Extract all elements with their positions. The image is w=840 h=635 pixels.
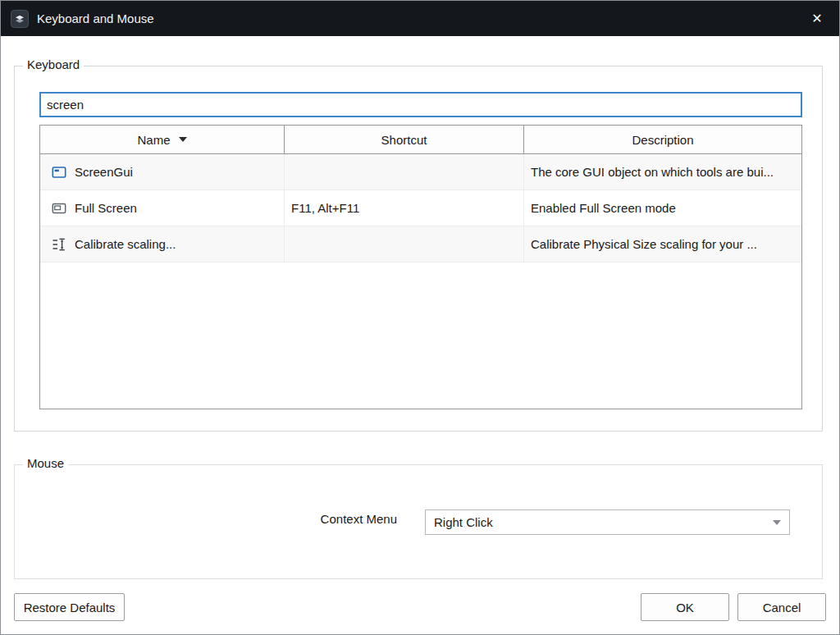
shortcut-search-input[interactable] — [39, 92, 802, 117]
table-row[interactable]: Full Screen F11, Alt+F11 Enabled Full Sc… — [40, 190, 801, 226]
cancel-button[interactable]: Cancel — [737, 593, 826, 621]
mouse-group-label: Mouse — [23, 456, 68, 470]
row-description: Enabled Full Screen mode — [524, 190, 801, 226]
keyboard-group: Keyboard Name Shortcut Description — [14, 66, 823, 432]
chevron-down-icon — [773, 520, 781, 525]
mouse-group: Mouse Context Menu Right Click — [14, 464, 823, 579]
ok-button[interactable]: OK — [641, 593, 729, 621]
fullscreen-icon — [52, 201, 66, 216]
table-row[interactable]: Calibrate scaling... Calibrate Physical … — [40, 226, 801, 263]
context-menu-label: Context Menu — [261, 512, 397, 526]
close-icon: ✕ — [811, 11, 822, 26]
table-body: ScreenGui The core GUI object on which t… — [40, 154, 801, 263]
keyboard-mouse-dialog: Keyboard and Mouse ✕ Keyboard Name Short… — [0, 0, 840, 635]
table-header-row: Name Shortcut Description — [40, 126, 801, 154]
row-description: The core GUI object on which tools are b… — [524, 154, 801, 190]
window-title: Keyboard and Mouse — [37, 11, 154, 25]
row-name: ScreenGui — [75, 165, 133, 179]
row-shortcut: F11, Alt+F11 — [285, 190, 524, 226]
dropdown-selected-value: Right Click — [434, 515, 493, 529]
column-header-description[interactable]: Description — [524, 126, 801, 153]
close-button[interactable]: ✕ — [805, 7, 829, 31]
row-name: Calibrate scaling... — [75, 237, 176, 251]
row-shortcut — [285, 154, 524, 190]
row-description: Calibrate Physical Size scaling for your… — [524, 226, 801, 262]
calibrate-scaling-icon — [52, 237, 66, 252]
context-menu-dropdown[interactable]: Right Click — [425, 509, 790, 535]
row-name: Full Screen — [75, 201, 137, 215]
column-header-shortcut[interactable]: Shortcut — [285, 126, 524, 153]
shortcuts-table: Name Shortcut Description — [39, 125, 802, 409]
sort-descending-icon — [179, 137, 187, 142]
row-shortcut — [285, 226, 524, 262]
app-logo-icon — [11, 10, 29, 28]
window-titlebar: Keyboard and Mouse ✕ — [1, 1, 839, 36]
screengui-icon — [52, 165, 66, 180]
keyboard-group-label: Keyboard — [23, 57, 84, 71]
column-header-name[interactable]: Name — [40, 126, 285, 153]
restore-defaults-button[interactable]: Restore Defaults — [14, 593, 125, 621]
table-row[interactable]: ScreenGui The core GUI object on which t… — [40, 154, 801, 190]
